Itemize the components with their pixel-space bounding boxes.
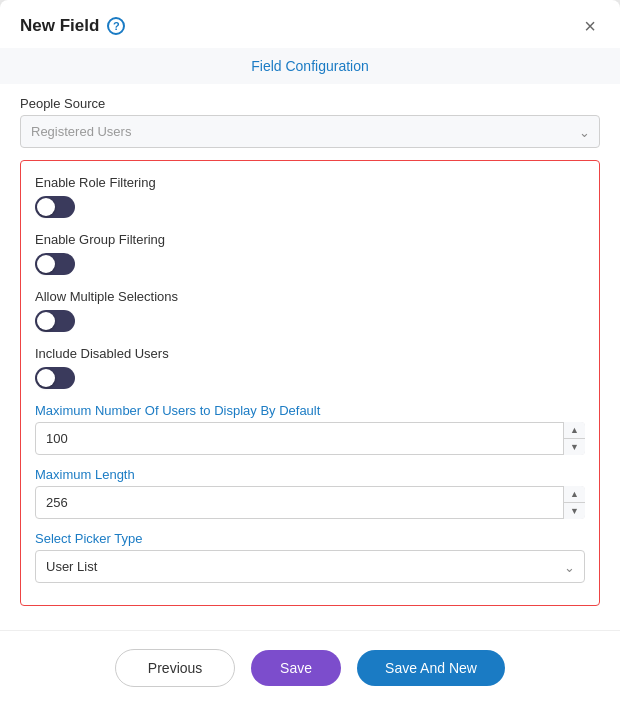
enable-group-filtering-label: Enable Group Filtering	[35, 232, 585, 247]
picker-type-select-wrapper: User List Dropdown Autocomplete ⌄	[35, 550, 585, 583]
max-length-input-wrapper: ▲ ▼	[35, 486, 585, 519]
people-source-group: People Source Registered Users All Users…	[20, 96, 600, 148]
save-button[interactable]: Save	[251, 650, 341, 686]
max-length-input[interactable]	[35, 486, 585, 519]
config-options-box: Enable Role Filtering Enable Group Filte…	[20, 160, 600, 606]
enable-role-filtering-toggle[interactable]	[35, 196, 75, 218]
modal-title: New Field	[20, 16, 99, 36]
max-length-group: Maximum Length ▲ ▼	[35, 467, 585, 519]
section-bar: Field Configuration	[0, 48, 620, 84]
max-users-increment[interactable]: ▲	[564, 422, 585, 439]
max-length-spinners: ▲ ▼	[563, 486, 585, 519]
include-disabled-users-label: Include Disabled Users	[35, 346, 585, 361]
picker-type-select[interactable]: User List Dropdown Autocomplete	[35, 550, 585, 583]
include-disabled-users-row: Include Disabled Users	[35, 346, 585, 389]
allow-multiple-selections-toggle[interactable]	[35, 310, 75, 332]
max-length-increment[interactable]: ▲	[564, 486, 585, 503]
max-users-label: Maximum Number Of Users to Display By De…	[35, 403, 585, 418]
max-users-spinners: ▲ ▼	[563, 422, 585, 455]
allow-multiple-selections-row: Allow Multiple Selections	[35, 289, 585, 332]
toggle-thumb	[37, 198, 55, 216]
toggle-thumb	[37, 255, 55, 273]
enable-role-filtering-row: Enable Role Filtering	[35, 175, 585, 218]
max-length-label: Maximum Length	[35, 467, 585, 482]
enable-group-filtering-row: Enable Group Filtering	[35, 232, 585, 275]
section-label: Field Configuration	[251, 58, 369, 74]
max-users-decrement[interactable]: ▼	[564, 439, 585, 455]
close-button[interactable]: ×	[580, 14, 600, 38]
picker-type-group: Select Picker Type User List Dropdown Au…	[35, 531, 585, 583]
enable-role-filtering-label: Enable Role Filtering	[35, 175, 585, 190]
max-length-decrement[interactable]: ▼	[564, 503, 585, 519]
toggle-track	[35, 367, 75, 389]
toggle-thumb	[37, 369, 55, 387]
save-and-new-button[interactable]: Save And New	[357, 650, 505, 686]
max-users-input-wrapper: ▲ ▼	[35, 422, 585, 455]
modal-body: People Source Registered Users All Users…	[0, 96, 620, 630]
toggle-thumb	[37, 312, 55, 330]
people-source-label: People Source	[20, 96, 600, 111]
include-disabled-users-toggle[interactable]	[35, 367, 75, 389]
help-icon[interactable]: ?	[107, 17, 125, 35]
allow-multiple-selections-label: Allow Multiple Selections	[35, 289, 585, 304]
picker-type-label: Select Picker Type	[35, 531, 585, 546]
toggle-track	[35, 253, 75, 275]
enable-group-filtering-toggle[interactable]	[35, 253, 75, 275]
new-field-modal: New Field ? × Field Configuration People…	[0, 0, 620, 703]
max-users-group: Maximum Number Of Users to Display By De…	[35, 403, 585, 455]
people-source-select-wrapper: Registered Users All Users ⌄	[20, 115, 600, 148]
toggle-track	[35, 196, 75, 218]
previous-button[interactable]: Previous	[115, 649, 235, 687]
title-row: New Field ?	[20, 16, 125, 36]
max-users-input[interactable]	[35, 422, 585, 455]
toggle-track	[35, 310, 75, 332]
modal-footer: Previous Save Save And New	[0, 630, 620, 703]
modal-header: New Field ? ×	[0, 0, 620, 48]
people-source-select[interactable]: Registered Users All Users	[20, 115, 600, 148]
